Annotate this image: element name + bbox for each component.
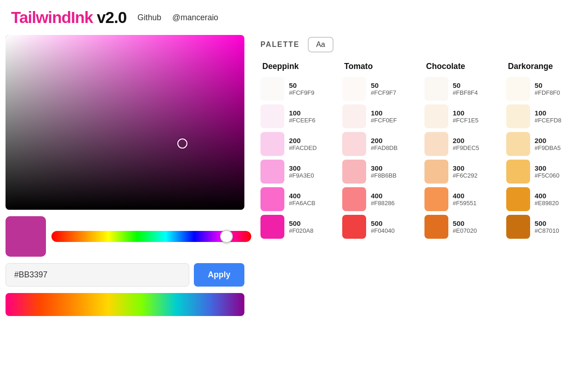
color-hex: #F04040 xyxy=(371,227,395,234)
color-row: 400#E89820 xyxy=(506,187,588,211)
color-hex: #FCF0EF xyxy=(371,117,397,124)
color-info: 100#FCF1E5 xyxy=(453,109,479,124)
color-info: 500#E07020 xyxy=(453,219,477,234)
color-chip[interactable] xyxy=(260,187,284,211)
main-layout: Apply PALETTE Aa Deeppink50#FCF9F9100#FC… xyxy=(0,35,588,316)
color-hex: #FCF1E5 xyxy=(453,117,479,124)
color-info: 200#FAD8DB xyxy=(371,137,397,151)
color-info: 100#FCEFD8 xyxy=(535,109,561,124)
color-hex: #E07020 xyxy=(453,227,477,234)
color-number: 100 xyxy=(535,109,561,117)
color-number: 50 xyxy=(535,81,560,89)
color-info: 200#FACDED xyxy=(289,137,317,151)
color-number: 300 xyxy=(371,164,396,172)
color-chip[interactable] xyxy=(260,160,284,184)
color-row: 100#FCEFD8 xyxy=(506,104,588,128)
palette-column-deeppink: Deeppink50#FCF9F9100#FCEEF6200#FACDED300… xyxy=(260,62,342,242)
color-row: 400#F59551 xyxy=(424,187,506,211)
hue-thumb xyxy=(220,230,233,243)
color-number: 100 xyxy=(371,109,397,117)
color-row: 500#C87010 xyxy=(506,215,588,239)
color-row: 200#F9DEC5 xyxy=(424,132,506,156)
color-chip[interactable] xyxy=(260,215,284,239)
color-info: 50#FBF8F4 xyxy=(453,81,478,96)
color-chip[interactable] xyxy=(424,104,448,128)
color-hex: #C87010 xyxy=(535,227,559,234)
color-number: 200 xyxy=(289,137,317,144)
color-info: 300#F6C292 xyxy=(453,164,478,179)
palette-column-darkorange: Darkorange50#FDF8F0100#FCEFD8200#F9DBA53… xyxy=(506,62,588,242)
color-row: 50#FCF9F7 xyxy=(342,77,424,101)
color-chip[interactable] xyxy=(506,132,530,156)
color-chip[interactable] xyxy=(506,77,530,101)
color-chip[interactable] xyxy=(424,132,448,156)
color-chip[interactable] xyxy=(424,160,448,184)
color-chip[interactable] xyxy=(342,187,366,211)
color-chip[interactable] xyxy=(342,77,366,101)
palette-columns: Deeppink50#FCF9F9100#FCEEF6200#FACDED300… xyxy=(260,62,588,242)
palette-header: PALETTE Aa xyxy=(260,35,588,52)
color-info: 400#E89820 xyxy=(535,192,559,207)
color-chip[interactable] xyxy=(260,104,284,128)
color-number: 500 xyxy=(371,219,395,227)
controls-row xyxy=(6,216,251,257)
color-chip[interactable] xyxy=(342,215,366,239)
picker-gradient-black xyxy=(6,35,244,210)
color-chip[interactable] xyxy=(342,132,366,156)
twitter-link[interactable]: @manceraio xyxy=(172,13,218,23)
color-chip[interactable] xyxy=(260,132,284,156)
color-info: 50#FCF9F9 xyxy=(289,81,314,96)
color-info: 500#F04040 xyxy=(371,219,395,234)
color-info: 300#F5C060 xyxy=(535,164,560,179)
apply-button[interactable]: Apply xyxy=(194,263,244,287)
color-chip[interactable] xyxy=(342,104,366,128)
color-info: 50#FDF8F0 xyxy=(535,81,560,96)
color-info: 50#FCF9F7 xyxy=(371,81,396,96)
color-chip[interactable] xyxy=(260,77,284,101)
color-chip[interactable] xyxy=(506,104,530,128)
color-number: 50 xyxy=(289,81,314,89)
color-number: 200 xyxy=(535,137,561,144)
color-row: 200#F9DBA5 xyxy=(506,132,588,156)
color-number: 400 xyxy=(535,192,559,200)
color-number: 100 xyxy=(453,109,479,117)
color-row: 300#F5C060 xyxy=(506,160,588,184)
palette-column-tomato: Tomato50#FCF9F7100#FCF0EF200#FAD8DB300#F… xyxy=(342,62,424,242)
header: TailwindInk v2.0 Github @manceraio xyxy=(0,0,588,35)
logo-tailwind: TailwindInk xyxy=(11,8,93,26)
hex-input[interactable] xyxy=(6,263,189,287)
color-chip[interactable] xyxy=(506,187,530,211)
color-info: 200#F9DEC5 xyxy=(453,137,480,151)
font-toggle-button[interactable]: Aa xyxy=(308,37,334,52)
color-swatch-large xyxy=(6,216,46,257)
color-row: 400#FA6ACB xyxy=(260,187,342,211)
color-row: 400#F88286 xyxy=(342,187,424,211)
color-hex: #F020A8 xyxy=(289,227,313,234)
color-chip[interactable] xyxy=(424,77,448,101)
color-hex: #F6C292 xyxy=(453,172,478,179)
color-row: 200#FAD8DB xyxy=(342,132,424,156)
column-header-chocolate: Chocolate xyxy=(424,62,506,71)
logo-version: v2.0 xyxy=(97,8,127,26)
hue-slider-wrapper xyxy=(51,231,251,242)
color-chip[interactable] xyxy=(424,215,448,239)
color-number: 400 xyxy=(453,192,477,200)
color-chip[interactable] xyxy=(506,215,530,239)
color-info: 300#F8B6BB xyxy=(371,164,396,179)
color-number: 300 xyxy=(289,164,314,172)
color-row: 50#FDF8F0 xyxy=(506,77,588,101)
color-chip[interactable] xyxy=(424,187,448,211)
color-hex: #F9A3E0 xyxy=(289,172,314,179)
color-hex: #FDF8F0 xyxy=(535,89,560,96)
color-chip[interactable] xyxy=(342,160,366,184)
github-link[interactable]: Github xyxy=(137,13,161,23)
color-hex: #E89820 xyxy=(535,200,559,207)
color-chip[interactable] xyxy=(506,160,530,184)
color-number: 300 xyxy=(535,164,560,172)
color-number: 500 xyxy=(453,219,477,227)
color-picker-canvas[interactable] xyxy=(6,35,244,210)
bottom-strip[interactable] xyxy=(6,293,244,316)
color-number: 200 xyxy=(371,137,397,144)
hue-slider[interactable] xyxy=(51,231,251,242)
color-number: 500 xyxy=(535,219,559,227)
